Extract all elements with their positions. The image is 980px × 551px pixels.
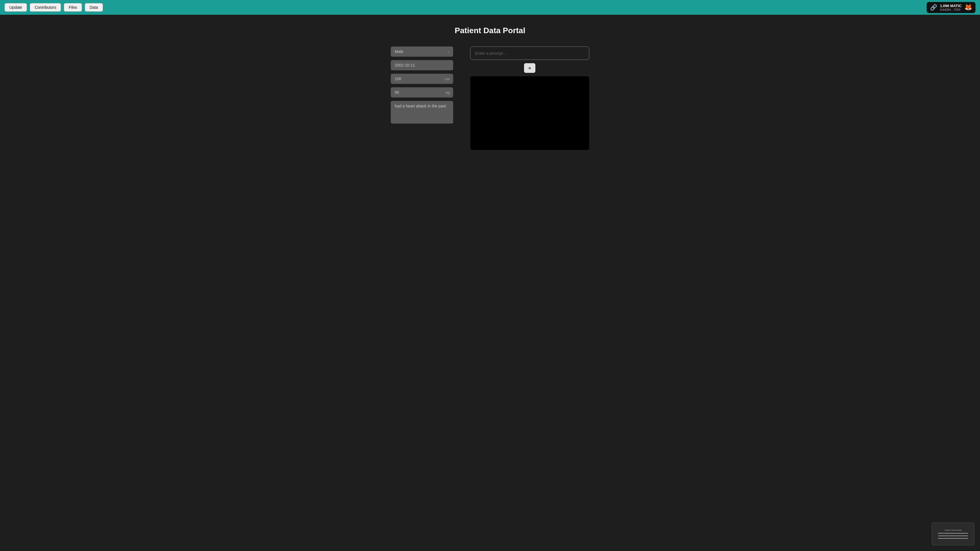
right-panel: » bbox=[470, 46, 589, 150]
wallet-area[interactable]: 🔗 1.096 MATIC 0xbEB4...7059 🦊 bbox=[927, 2, 975, 13]
wallet-info: 1.096 MATIC 0xbEB4...7059 bbox=[940, 4, 962, 11]
nav-contributors-button[interactable]: Contributors bbox=[30, 3, 61, 12]
wallet-address: 0xbEB4...7059 bbox=[940, 8, 961, 11]
notes-textarea[interactable]: had a heart attack in the past bbox=[391, 101, 453, 124]
gender-field-wrapper: Male Female Other ⌄ bbox=[391, 46, 453, 57]
height-input[interactable] bbox=[391, 74, 453, 84]
header: Update Contributors Files Data 🔗 1.096 M… bbox=[0, 0, 980, 15]
dob-field-wrapper bbox=[391, 60, 453, 70]
metamask-icon: 🦊 bbox=[964, 4, 972, 11]
main-content: Patient Data Portal Male Female Other ⌄ … bbox=[0, 15, 980, 161]
gender-select[interactable]: Male Female Other bbox=[391, 46, 453, 57]
nav-files-button[interactable]: Files bbox=[64, 3, 82, 12]
minimap-line-1 bbox=[938, 533, 968, 534]
content-area: Male Female Other ⌄ cm kg had a h bbox=[334, 46, 646, 150]
minimap: Patient Data Portal bbox=[932, 522, 974, 545]
nav-update-button[interactable]: Update bbox=[5, 3, 27, 12]
weight-field-wrapper: kg bbox=[391, 87, 453, 97]
weight-input[interactable] bbox=[391, 87, 453, 97]
submit-button[interactable]: » bbox=[524, 63, 536, 73]
prompt-input[interactable] bbox=[470, 46, 589, 60]
minimap-line-3 bbox=[938, 538, 968, 539]
submit-button-wrapper: » bbox=[470, 63, 589, 73]
dob-input[interactable] bbox=[391, 60, 453, 70]
nav-data-button[interactable]: Data bbox=[85, 3, 103, 12]
display-area bbox=[470, 76, 589, 150]
height-field-wrapper: cm bbox=[391, 74, 453, 84]
minimap-title: Patient Data Portal bbox=[945, 529, 962, 531]
minimap-line-2 bbox=[938, 535, 968, 536]
page-title: Patient Data Portal bbox=[455, 26, 525, 35]
wallet-icon: 🔗 bbox=[930, 4, 937, 11]
wallet-matic-amount: 1.096 MATIC bbox=[940, 4, 962, 8]
form-panel: Male Female Other ⌄ cm kg had a h bbox=[391, 46, 453, 124]
